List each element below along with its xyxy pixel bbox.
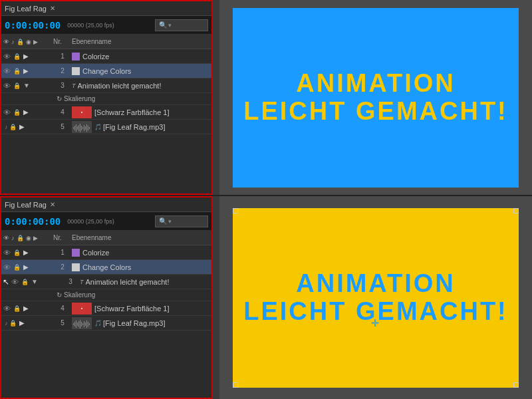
bottom-layer-2-eye[interactable]: 👁 bbox=[3, 263, 11, 271]
top-layer-row-3[interactable]: 👁 🔒 ▼ 3 T Animation leicht gemacht! bbox=[1, 78, 211, 93]
bottom-layer-row-2[interactable]: 👁 🔒 ▶ 2 Change Colors bbox=[1, 260, 211, 275]
top-layer-4-lock[interactable]: 🔒 bbox=[13, 109, 21, 116]
bottom-layer-2-expand[interactable]: ▶ bbox=[23, 263, 29, 271]
top-layer-row-1[interactable]: 👁 🔒 ▶ 1 Colorize bbox=[1, 49, 211, 64]
svg-rect-25 bbox=[89, 323, 90, 325]
bottom-handle-tl[interactable] bbox=[233, 208, 238, 213]
svg-rect-19 bbox=[81, 322, 82, 327]
top-layer-1-color bbox=[72, 53, 80, 61]
bottom-handle-br[interactable] bbox=[513, 382, 519, 388]
top-layer-row-5[interactable]: ♪ 🔒 ▶ 5 bbox=[1, 120, 211, 134]
bottom-layer-2-lock[interactable]: 🔒 bbox=[13, 264, 21, 271]
bottom-col-nr-header: Nr. bbox=[53, 234, 72, 241]
top-layer-3-eye[interactable]: 👁 bbox=[3, 82, 11, 90]
bottom-layer-2-nr: 2 bbox=[53, 263, 72, 271]
top-left-spacer bbox=[213, 0, 219, 195]
bottom-layer-row-4[interactable]: 👁 🔒 ▶ 4 ▪ [Schwarz Farbfläche 1] bbox=[1, 301, 211, 316]
bottom-layer-1-color bbox=[72, 249, 80, 257]
top-layer-5-waveform bbox=[72, 121, 92, 133]
svg-rect-6 bbox=[81, 126, 82, 130]
bottom-layer-row-1[interactable]: 👁 🔒 ▶ 1 Colorize bbox=[1, 245, 211, 260]
svg-rect-13 bbox=[73, 323, 74, 325]
bottom-handle-bl[interactable] bbox=[233, 382, 238, 388]
svg-rect-2 bbox=[76, 124, 76, 132]
bottom-layer-3-icons: 👁 🔒 ▼ bbox=[11, 278, 61, 286]
top-layer-5-audio[interactable]: ♪ bbox=[5, 124, 8, 130]
bottom-layer-5-expand[interactable]: ▶ bbox=[19, 319, 25, 327]
top-col-icons: 👁 ♪ 🔒 ◉ ▶ bbox=[3, 39, 53, 45]
bottom-layer-5-audio[interactable]: ♪ bbox=[5, 320, 8, 327]
top-search-bar[interactable]: 🔍 ▾ bbox=[155, 19, 208, 31]
bottom-layer-4-expand[interactable]: ▶ bbox=[23, 305, 29, 312]
bottom-search-arrow: ▾ bbox=[168, 218, 172, 225]
top-layer-1-eye[interactable]: 👁 bbox=[3, 53, 11, 61]
svg-rect-16 bbox=[77, 323, 78, 326]
bottom-preview-wrapper: ANIMATION LEICHT GEMACHT! ✛ bbox=[233, 208, 519, 388]
top-search-arrow: ▾ bbox=[168, 22, 172, 29]
top-layer-row-2[interactable]: 👁 🔒 ▶ 2 Change Colors bbox=[1, 64, 211, 78]
bottom-timecode[interactable]: 0:00:00:00 bbox=[5, 216, 61, 227]
top-timeline-panel: Fig Leaf Rag ✕ 0:00:00:00 00000 (25,00 f… bbox=[0, 0, 213, 195]
bottom-layer-3-eye[interactable]: 👁 bbox=[11, 278, 19, 286]
top-col-name-header: Ebenenname bbox=[72, 38, 209, 45]
svg-rect-7 bbox=[82, 127, 83, 129]
bottom-layer-row-5[interactable]: ♪ 🔒 ▶ 5 bbox=[1, 316, 211, 331]
top-tab-close[interactable]: ✕ bbox=[50, 5, 55, 12]
svg-rect-14 bbox=[74, 322, 75, 327]
top-layer-3-text-icon: T bbox=[72, 82, 76, 89]
bottom-layer-1-lock[interactable]: 🔒 bbox=[13, 249, 21, 256]
bottom-fps: 00000 (25,00 fps) bbox=[67, 218, 114, 225]
top-layer-3-expand[interactable]: ▼ bbox=[23, 82, 30, 89]
top-layer-5-thumb bbox=[72, 121, 92, 133]
bottom-handle-tr[interactable] bbox=[513, 208, 519, 213]
top-layer-1-expand[interactable]: ▶ bbox=[23, 53, 29, 60]
top-layer-4-eye[interactable]: 👁 bbox=[3, 108, 11, 116]
bottom-col-lock: 🔒 bbox=[17, 235, 24, 241]
svg-rect-11 bbox=[88, 126, 88, 130]
top-timecode-bar: 0:00:00:00 00000 (25,00 fps) 🔍 ▾ bbox=[1, 16, 211, 35]
top-layer-1-lock[interactable]: 🔒 bbox=[13, 53, 21, 60]
bottom-layer-3-expand[interactable]: ▼ bbox=[31, 278, 38, 285]
top-layer-2-color bbox=[72, 67, 80, 75]
bottom-left-spacer bbox=[213, 196, 219, 399]
top-layer-2-lock[interactable]: 🔒 bbox=[13, 68, 21, 74]
top-layer-2-eye[interactable]: 👁 bbox=[3, 67, 11, 75]
bottom-layer-3-lock[interactable]: 🔒 bbox=[21, 279, 29, 285]
bottom-search-icon: 🔍 bbox=[159, 217, 167, 225]
bottom-layer-2-color bbox=[72, 263, 80, 271]
bottom-layer-4-lock[interactable]: 🔒 bbox=[13, 305, 21, 312]
top-layer-2-expand[interactable]: ▶ bbox=[23, 67, 29, 74]
bottom-layer-1-expand[interactable]: ▶ bbox=[23, 249, 29, 256]
svg-rect-20 bbox=[82, 323, 83, 325]
bottom-refresh-icon: ↻ bbox=[57, 291, 62, 299]
bottom-search-bar[interactable]: 🔍 ▾ bbox=[155, 215, 208, 227]
svg-rect-0 bbox=[73, 127, 74, 129]
bottom-layer-4-thumb-inner: ▪ bbox=[72, 303, 92, 315]
bottom-col-eye: 👁 bbox=[3, 235, 9, 241]
top-layer-4-expand[interactable]: ▶ bbox=[23, 108, 29, 116]
bottom-layer-4-eye[interactable]: 👁 bbox=[3, 305, 11, 313]
top-layer-4-thumb: ▪ bbox=[72, 106, 92, 118]
svg-rect-17 bbox=[78, 321, 79, 327]
top-col-lock: 🔒 bbox=[17, 39, 24, 45]
bottom-layer-1-eye[interactable]: 👁 bbox=[3, 249, 11, 257]
top-layer-3-lock[interactable]: 🔒 bbox=[13, 82, 21, 89]
top-timecode[interactable]: 0:00:00:00 bbox=[5, 20, 61, 31]
bottom-col-audio: ♪ bbox=[11, 235, 15, 241]
svg-rect-10 bbox=[86, 124, 87, 132]
top-col-audio: ♪ bbox=[11, 39, 15, 45]
svg-rect-21 bbox=[84, 321, 84, 327]
bottom-tab-close[interactable]: ✕ bbox=[50, 201, 55, 208]
bottom-layer-5-lock[interactable]: 🔒 bbox=[9, 320, 17, 327]
top-layer-5-expand[interactable]: ▶ bbox=[19, 123, 25, 130]
top-layer-4-name: [Schwarz Farbfläche 1] bbox=[94, 108, 209, 116]
bottom-layer-1-icons: 👁 🔒 ▶ bbox=[3, 249, 53, 257]
bottom-preview-canvas: ANIMATION LEICHT GEMACHT! ✛ bbox=[233, 208, 519, 388]
top-layer-5-nr: 5 bbox=[53, 123, 72, 130]
bottom-layer-5-file-icon: 🎵 bbox=[94, 320, 102, 327]
bottom-layer-row-3[interactable]: ↖ 👁 🔒 ▼ 3 T Animation leicht gemacht! bbox=[1, 275, 211, 289]
top-layer-row-4[interactable]: 👁 🔒 ▶ 4 ▪ [Schwarz Farbfläche 1] bbox=[1, 105, 211, 120]
top-layer-5-lock[interactable]: 🔒 bbox=[9, 124, 17, 130]
top-layer-1-nr: 1 bbox=[53, 53, 72, 60]
top-layer-4-nr: 4 bbox=[53, 108, 72, 116]
